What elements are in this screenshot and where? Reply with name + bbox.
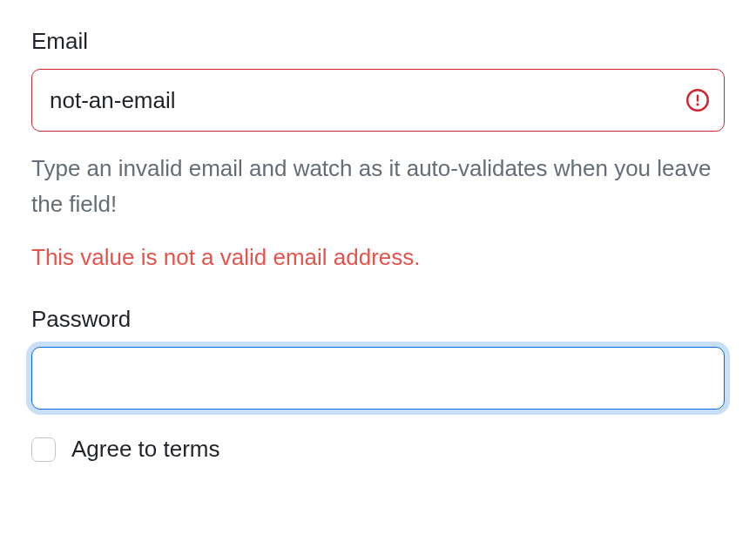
- terms-checkbox[interactable]: [31, 437, 56, 462]
- email-hint: Type an invalid email and watch as it au…: [31, 151, 725, 221]
- email-group: Email Type an invalid email and watch as…: [31, 28, 725, 274]
- password-input[interactable]: [31, 347, 725, 410]
- terms-label[interactable]: Agree to terms: [71, 436, 220, 463]
- password-input-wrap: [31, 347, 725, 410]
- terms-row: Agree to terms: [31, 436, 725, 463]
- email-label: Email: [31, 28, 725, 55]
- password-label: Password: [31, 306, 725, 333]
- password-group: Password: [31, 306, 725, 410]
- email-error-message: This value is not a valid email address.: [31, 241, 725, 274]
- email-input-wrap: [31, 69, 725, 132]
- form-container: Email Type an invalid email and watch as…: [0, 0, 756, 494]
- email-input[interactable]: [31, 69, 725, 132]
